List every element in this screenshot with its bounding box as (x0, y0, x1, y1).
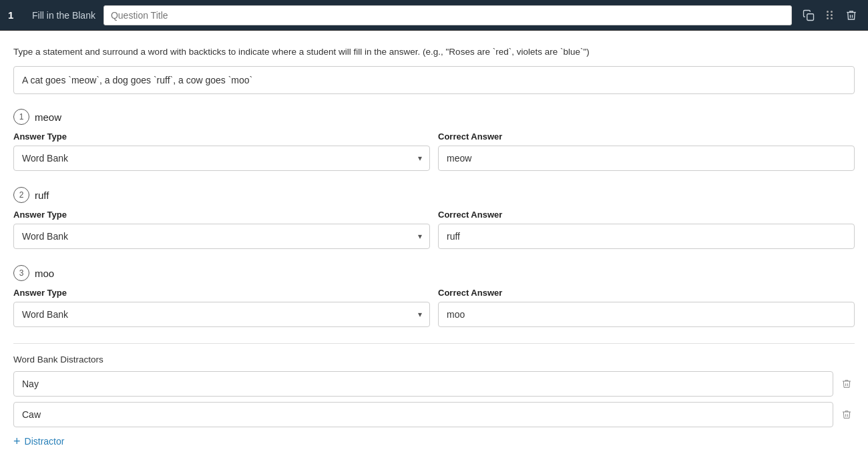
blank-item-1: 1 meow Answer Type Word Bank Free Respon… (13, 109, 855, 171)
delete-distractor-button-1[interactable] (839, 376, 855, 392)
toolbar-icons (800, 8, 860, 23)
blank-header-2: 2 ruff (13, 187, 855, 203)
correct-answer-input-1[interactable] (438, 146, 855, 171)
blank-word-2: ruff (35, 190, 49, 201)
distractor-row-1 (13, 371, 855, 397)
question-title-input[interactable] (103, 5, 792, 25)
blank-word-3: moo (35, 268, 54, 279)
svg-rect-0 (807, 13, 814, 20)
correct-answer-input-3[interactable] (438, 302, 855, 327)
answer-type-group-2: Answer Type Word Bank Free Response ▾ (13, 210, 430, 249)
answer-type-label-1: Answer Type (13, 132, 430, 142)
answer-type-select-2[interactable]: Word Bank Free Response (13, 224, 430, 249)
drag-button[interactable] (824, 9, 836, 21)
correct-answer-input-2[interactable] (438, 224, 855, 249)
correct-answer-group-1: Correct Answer (438, 132, 855, 171)
delete-question-button[interactable] (843, 8, 860, 23)
correct-answer-label-1: Correct Answer (438, 132, 855, 142)
blank-item-2: 2 ruff Answer Type Word Bank Free Respon… (13, 187, 855, 249)
blank-item-3: 3 moo Answer Type Word Bank Free Respons… (13, 265, 855, 327)
answer-type-select-wrapper-1: Word Bank Free Response ▾ (13, 146, 430, 171)
answer-type-label-2: Answer Type (13, 210, 430, 220)
plus-icon: + (13, 435, 21, 447)
trash-distractor-icon-2 (841, 409, 852, 420)
blanks-container: 1 meow Answer Type Word Bank Free Respon… (13, 109, 855, 327)
answer-type-label-3: Answer Type (13, 288, 430, 298)
blank-fields-2: Answer Type Word Bank Free Response ▾ Co… (13, 210, 855, 249)
blank-header-3: 3 moo (13, 265, 855, 281)
add-distractor-label: Distractor (25, 436, 65, 447)
blank-header-1: 1 meow (13, 109, 855, 125)
distractors-label: Word Bank Distractors (13, 354, 855, 365)
instruction-text: Type a statement and surround a word wit… (13, 47, 855, 57)
question-type-label: Fill in the Blank (32, 10, 95, 21)
copy-icon (803, 9, 815, 21)
answer-type-select-1[interactable]: Word Bank Free Response (13, 146, 430, 171)
answer-type-group-1: Answer Type Word Bank Free Response ▾ (13, 132, 430, 171)
distractors-list (13, 371, 855, 427)
trash-distractor-icon-1 (841, 379, 852, 389)
main-content: Type a statement and surround a word wit… (0, 31, 868, 470)
copy-button[interactable] (800, 8, 817, 23)
correct-answer-label-3: Correct Answer (438, 288, 855, 298)
section-divider (13, 343, 855, 344)
distractor-input-2[interactable] (13, 402, 833, 427)
drag-icon (827, 11, 833, 19)
distractor-row-2 (13, 402, 855, 427)
blank-fields-1: Answer Type Word Bank Free Response ▾ Co… (13, 132, 855, 171)
statement-input[interactable] (13, 66, 855, 94)
correct-answer-group-2: Correct Answer (438, 210, 855, 249)
correct-answer-group-3: Correct Answer (438, 288, 855, 327)
trash-icon (845, 9, 857, 21)
blank-number-circle-2: 2 (13, 187, 29, 203)
add-distractor-button[interactable]: + Distractor (13, 433, 64, 450)
distractor-input-1[interactable] (13, 371, 833, 397)
correct-answer-label-2: Correct Answer (438, 210, 855, 220)
distractors-section: Word Bank Distractors (13, 354, 855, 450)
answer-type-select-wrapper-2: Word Bank Free Response ▾ (13, 224, 430, 249)
question-number: 1 (8, 9, 24, 21)
top-bar: 1 Fill in the Blank (0, 0, 868, 31)
blank-word-1: meow (35, 111, 61, 123)
answer-type-select-wrapper-3: Word Bank Free Response ▾ (13, 302, 430, 327)
answer-type-select-3[interactable]: Word Bank Free Response (13, 302, 430, 327)
blank-number-circle-3: 3 (13, 265, 29, 281)
answer-type-group-3: Answer Type Word Bank Free Response ▾ (13, 288, 430, 327)
blank-fields-3: Answer Type Word Bank Free Response ▾ Co… (13, 288, 855, 327)
blank-number-circle-1: 1 (13, 109, 29, 125)
delete-distractor-button-2[interactable] (839, 407, 855, 423)
